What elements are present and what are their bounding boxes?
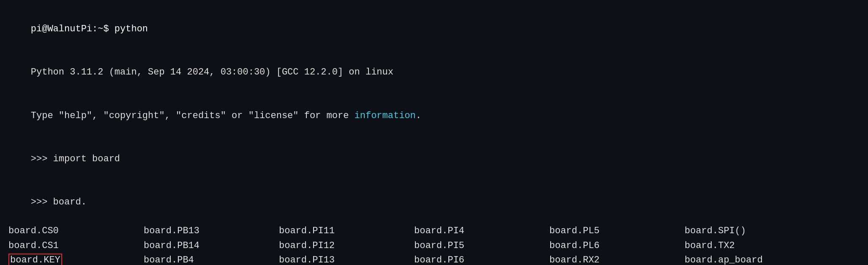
cell-0-3: board.PI4 [414,224,549,238]
grid-row-0: board.CS0 board.PB13 board.PI11 board.PI… [8,224,860,238]
cell-1-4: board.PL6 [549,239,685,253]
cell-0-4: board.PL5 [549,224,685,238]
terminal-line-5: >>> board. [8,181,860,224]
terminal-line-1: pi@WalnutPi:~$ python [8,8,860,51]
python-version-text: Python 3.11.2 (main, Sep 14 2024, 03:00:… [31,67,393,77]
cell-0-5: board.SPI() [685,224,820,238]
import-board-text: >>> import board [31,154,120,164]
cell-2-1: board.PB4 [144,253,279,265]
terminal-line-2: Python 3.11.2 (main, Sep 14 2024, 03:00:… [8,51,860,94]
board-members-grid: board.CS0 board.PB13 board.PI11 board.PI… [8,224,860,265]
prompt-text: pi@WalnutPi:~$ python [31,24,148,34]
board-dot-text: >>> board. [31,197,87,207]
cell-1-1: board.PB14 [144,239,279,253]
information-link[interactable]: information [355,110,416,121]
terminal-line-4: >>> import board [8,138,860,181]
cell-2-0-highlighted: board.KEY [8,253,144,265]
cell-0-2: board.PI11 [279,224,414,238]
grid-row-1: board.CS1 board.PB14 board.PI12 board.PI… [8,239,860,253]
terminal-line-3: Type "help", "copyright", "credits" or "… [8,94,860,138]
period-suffix: . [416,110,421,121]
cell-2-3: board.PI6 [414,253,549,265]
grid-row-2: board.KEY board.PB4 board.PI13 board.PI6… [8,253,860,265]
cell-1-0: board.CS1 [8,239,144,253]
cell-2-4: board.RX2 [549,253,685,265]
terminal: pi@WalnutPi:~$ python Python 3.11.2 (mai… [0,0,868,265]
cell-1-5: board.TX2 [685,239,820,253]
type-help-prefix: Type "help", "copyright", "credits" or "… [31,110,355,121]
cell-1-3: board.PI5 [414,239,549,253]
board-key-highlighted: board.KEY [8,254,62,265]
cell-0-1: board.PB13 [144,224,279,238]
cell-2-2: board.PI13 [279,253,414,265]
cell-1-2: board.PI12 [279,239,414,253]
cell-0-0: board.CS0 [8,224,144,238]
cell-2-5: board.ap_board [685,253,820,265]
